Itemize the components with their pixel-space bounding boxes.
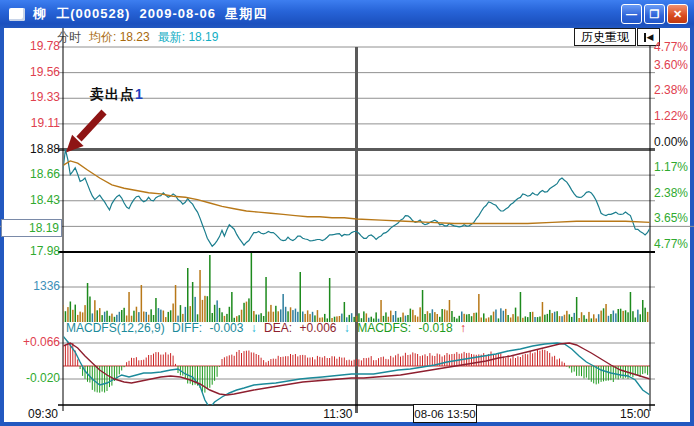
macd-axis-label-low: -0.020 (2, 371, 60, 385)
diff-down-arrow-icon: ↓ (251, 321, 257, 335)
price-axis-label: 19.33 (2, 90, 60, 104)
left-arrow-to-bar-icon (644, 33, 646, 42)
price-axis-label: 18.66 (2, 167, 60, 181)
minimize-button[interactable]: — (621, 4, 642, 24)
time-axis-label: 09:30 (28, 407, 58, 421)
percent-axis-label: 0.00% (654, 135, 688, 149)
current-price-label: 18.19 (1, 219, 62, 237)
price-axis-label: 19.11 (2, 116, 60, 130)
sell-point-arrow-icon (66, 112, 104, 153)
window-title: 柳 工(000528) 2009-08-06 星期四 (33, 5, 267, 23)
percent-axis-label: 4.77% (654, 237, 688, 251)
dea-value: +0.006 (299, 321, 336, 335)
dea-down-arrow-icon: ↓ (344, 321, 350, 335)
price-axis-label: 18.43 (2, 193, 60, 207)
app-icon (9, 8, 25, 21)
percent-axis-label: 3.60% (654, 58, 688, 72)
price-axis-label: 19.78 (2, 39, 60, 53)
time-axis-label: 11:30 (293, 407, 353, 421)
percent-axis-label: 2.38% (654, 83, 688, 97)
macd-axis-label-high: +0.066 (2, 335, 60, 349)
time-axis-label: 15:00 (590, 407, 650, 421)
price-axis-label: 19.56 (2, 65, 60, 79)
maximize-button[interactable]: ❐ (644, 4, 665, 24)
app-window: 柳 工(000528) 2009-08-06 星期四 — ❐ ✕ 分时 均价: … (0, 0, 694, 426)
diff-value: -0.003 (209, 321, 243, 335)
percent-axis-label: 4.77% (654, 40, 688, 54)
window-border-bottom (0, 422, 694, 426)
sell-point-annotation: 卖出点1 (90, 86, 144, 104)
close-button[interactable]: ✕ (667, 4, 688, 24)
crosshair-time-box: 08-06 13:50 (413, 404, 477, 423)
price-axis-label: 18.88 (2, 142, 60, 156)
volume-axis-label: 1336 (2, 279, 60, 293)
percent-axis-label: 2.38% (654, 186, 688, 200)
window-border-right (690, 28, 694, 426)
last-price-label: 最新: 18.19 (158, 29, 219, 46)
intraday-chart-canvas[interactable] (0, 0, 694, 426)
macd-indicator-row: MACDFS(12,26,9) DIFF: -0.003 ↓ DEA: +0.0… (66, 321, 470, 335)
titlebar: 柳 工(000528) 2009-08-06 星期四 — ❐ ✕ (0, 0, 694, 28)
macd-name: MACDFS(12,26,9) (66, 321, 165, 335)
avg-price-label: 均价: 18.23 (89, 29, 150, 46)
price-axis-label: 17.98 (2, 244, 60, 258)
percent-axis-label: 1.17% (654, 160, 688, 174)
macd-hist-label: MACDFS: (357, 321, 411, 335)
percent-axis-label: 3.65% (654, 211, 688, 225)
percent-axis-label: 1.22% (654, 109, 688, 123)
history-replay-button[interactable]: 历史重现 (574, 28, 636, 46)
macd-up-arrow-icon: ↑ (460, 321, 466, 335)
diff-label: DIFF: (172, 321, 202, 335)
macd-hist-value: -0.018 (419, 321, 453, 335)
mode-label: 分时 (57, 29, 81, 46)
dea-label: DEA: (264, 321, 292, 335)
